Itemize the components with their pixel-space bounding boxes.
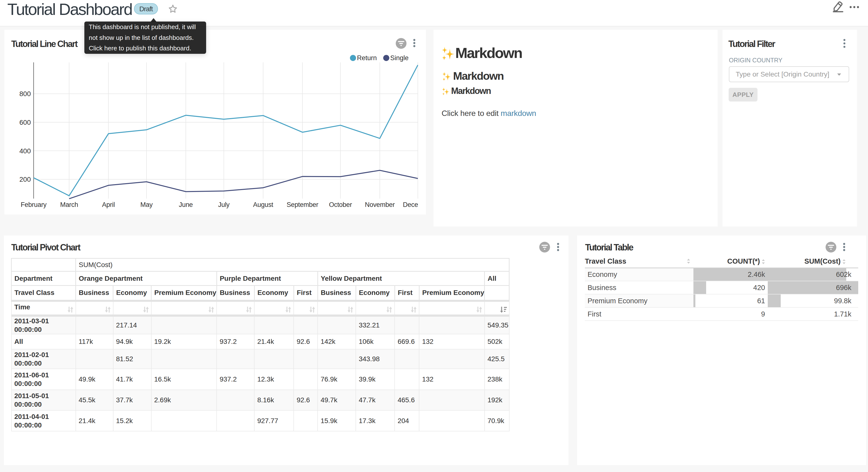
svg-text:March: March [60,201,78,208]
svg-text:December: December [403,201,418,208]
svg-text:April: April [102,201,115,208]
svg-text:Single: Single [390,54,409,62]
svg-text:800: 800 [19,90,31,97]
svg-text:Return: Return [357,54,377,62]
svg-text:November: November [365,201,395,208]
svg-text:September: September [286,201,318,208]
svg-text:August: August [253,201,273,208]
svg-text:October: October [329,201,352,208]
svg-text:400: 400 [19,147,31,155]
svg-text:May: May [141,201,153,208]
svg-text:February: February [21,201,47,208]
svg-text:600: 600 [19,119,31,126]
svg-text:July: July [218,201,230,208]
svg-text:200: 200 [19,176,31,183]
svg-text:June: June [179,201,193,208]
